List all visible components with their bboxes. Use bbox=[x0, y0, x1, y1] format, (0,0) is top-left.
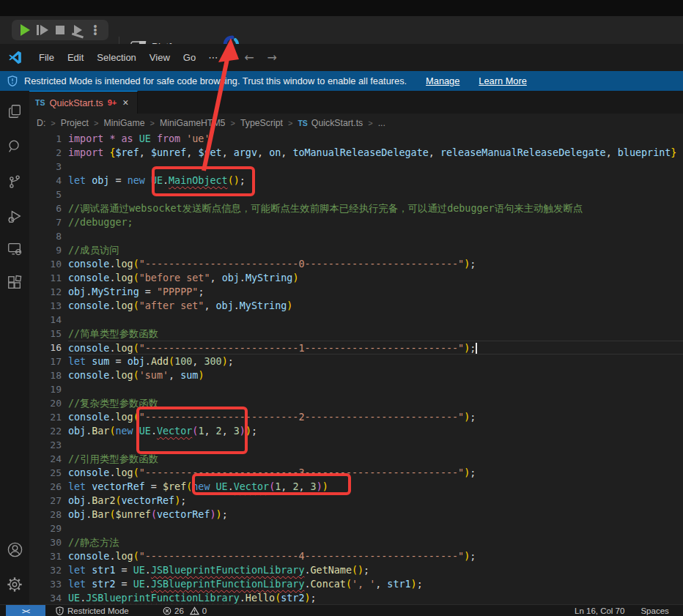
ue-window-strip bbox=[0, 0, 683, 16]
indentation-status[interactable]: Spaces bbox=[640, 606, 668, 615]
breadcrumb-item[interactable]: ... bbox=[378, 118, 385, 128]
toolbar-kebab-menu[interactable]: ••• bbox=[87, 22, 103, 38]
settings-gear-icon[interactable] bbox=[6, 576, 23, 593]
stop-icon bbox=[56, 26, 64, 34]
code-line-8[interactable] bbox=[68, 229, 683, 243]
play-button-group: ••• bbox=[12, 20, 108, 40]
kebab-menu-icon: ••• bbox=[94, 25, 97, 36]
restricted-mode-status[interactable]: Restricted Mode bbox=[56, 606, 129, 615]
run-debug-icon[interactable] bbox=[6, 208, 23, 226]
line-number: 33 bbox=[29, 577, 62, 591]
step-icon bbox=[37, 25, 39, 35]
ue-toolbar: ••• Platforms bbox=[0, 16, 683, 44]
nav-forward-icon[interactable]: → bbox=[261, 51, 284, 64]
line-number: 19 bbox=[29, 382, 62, 396]
menu-file[interactable]: File bbox=[32, 49, 61, 66]
line-number: 1 bbox=[29, 132, 62, 146]
menu-more[interactable]: ⋯ bbox=[202, 49, 224, 66]
code-area: import * as UE from 'ue'import {$ref, $u… bbox=[68, 132, 683, 604]
code-line-25[interactable]: console.log("--------------------------3… bbox=[68, 466, 683, 480]
code-line-29[interactable] bbox=[68, 522, 683, 535]
shield-icon bbox=[56, 606, 64, 615]
code-line-32[interactable]: let str1 = UE.JSBlueprintFunctionLibrary… bbox=[68, 563, 683, 577]
breadcrumb-item[interactable]: MiniGameHTM5 bbox=[160, 118, 226, 128]
code-line-16[interactable]: console.log("--------------------------1… bbox=[68, 341, 683, 355]
search-icon[interactable] bbox=[6, 138, 23, 155]
nav-back-icon[interactable]: ← bbox=[237, 51, 260, 64]
problems-status[interactable]: 26 0 bbox=[163, 606, 207, 615]
account-icon[interactable] bbox=[6, 541, 23, 558]
code-line-2[interactable]: import {$ref, $unref, $set, argv, on, to… bbox=[68, 146, 683, 160]
stop-button[interactable] bbox=[52, 22, 68, 38]
play-icon bbox=[21, 24, 30, 36]
explorer-icon[interactable] bbox=[6, 103, 23, 120]
line-number: 7 bbox=[29, 215, 62, 229]
line-number: 4 bbox=[29, 174, 62, 188]
code-line-28[interactable]: obj.Bar($unref(vectorRef)); bbox=[68, 508, 683, 522]
line-number: 2 bbox=[29, 146, 62, 160]
annotation-rect-vector bbox=[136, 407, 248, 454]
play-button[interactable] bbox=[17, 22, 33, 38]
remote-explorer-icon[interactable] bbox=[6, 240, 23, 258]
menu-edit[interactable]: Edit bbox=[61, 49, 90, 66]
menu-selection[interactable]: Selection bbox=[90, 49, 142, 66]
code-line-14[interactable] bbox=[68, 313, 683, 327]
code-line-34[interactable]: UE.JSBlueprintFunctionLibrary.Hello(str2… bbox=[68, 591, 683, 604]
code-line-11[interactable]: console.log("before set", obj.MyString) bbox=[68, 271, 683, 285]
manage-link[interactable]: Manage bbox=[426, 75, 459, 86]
breadcrumb-item[interactable]: D: bbox=[37, 118, 45, 128]
code-editor[interactable]: 1234567891011121314151617181920212223242… bbox=[29, 132, 683, 604]
tab-quickstart[interactable]: TS QuickStart.ts 9+ × bbox=[29, 91, 138, 114]
line-number: 3 bbox=[29, 160, 62, 174]
breadcrumb[interactable]: D:>Project>MiniGame>MiniGameHTM5>TypeScr… bbox=[29, 114, 683, 132]
line-number: 12 bbox=[29, 285, 62, 299]
menu-go[interactable]: Go bbox=[177, 49, 202, 66]
step-button[interactable] bbox=[34, 22, 51, 38]
code-line-19[interactable] bbox=[68, 382, 683, 396]
breadcrumb-item[interactable]: TypeScript bbox=[240, 118, 283, 128]
breadcrumb-item[interactable]: QuickStart.ts bbox=[311, 118, 363, 128]
skip-button[interactable] bbox=[70, 22, 86, 38]
code-line-1[interactable]: import * as UE from 'ue' bbox=[68, 132, 683, 146]
code-line-17[interactable]: let sum = obj.Add(100, 300); bbox=[68, 355, 683, 368]
breadcrumb-item[interactable]: Project bbox=[61, 118, 89, 128]
remote-indicator[interactable]: >< bbox=[6, 605, 45, 616]
extensions-icon[interactable] bbox=[6, 274, 23, 292]
line-number: 25 bbox=[29, 466, 62, 480]
line-number: 6 bbox=[29, 201, 62, 215]
close-icon[interactable]: × bbox=[122, 97, 128, 108]
line-number: 23 bbox=[29, 438, 62, 452]
code-line-33[interactable]: let str2 = UE.JSBlueprintFunctionLibrary… bbox=[68, 577, 683, 591]
code-line-6[interactable]: //调试器通过websocket发送断点信息，可能断点生效前脚本已经执行完备，可… bbox=[68, 201, 683, 215]
menu-view[interactable]: View bbox=[143, 49, 177, 66]
code-line-27[interactable]: obj.Bar2(vectorRef); bbox=[68, 494, 683, 508]
breadcrumb-item[interactable]: MiniGame bbox=[103, 118, 144, 128]
cursor-position-status[interactable]: Ln 16, Col 70 bbox=[575, 606, 624, 615]
line-number: 22 bbox=[29, 424, 62, 438]
vscode-logo bbox=[8, 51, 22, 64]
source-control-icon[interactable] bbox=[6, 173, 23, 190]
code-line-26[interactable]: let vectorRef = $ref(new UE.Vector(1, 2,… bbox=[68, 480, 683, 494]
code-line-9[interactable]: //成员访问 bbox=[68, 243, 683, 257]
line-number: 9 bbox=[29, 243, 62, 257]
code-line-15[interactable]: //简单类型参数函数 bbox=[68, 327, 683, 341]
code-line-13[interactable]: console.log("after set", obj.MyString) bbox=[68, 299, 683, 313]
shield-icon bbox=[7, 75, 18, 86]
code-line-31[interactable]: console.log("--------------------------4… bbox=[68, 549, 683, 563]
breadcrumb-separator: > bbox=[94, 119, 98, 127]
code-line-30[interactable]: //静态方法 bbox=[68, 535, 683, 549]
learn-more-link[interactable]: Learn More bbox=[479, 75, 526, 86]
line-number: 20 bbox=[29, 396, 62, 410]
line-number: 16 bbox=[29, 341, 62, 355]
code-line-12[interactable]: obj.MyString = "PPPPP"; bbox=[68, 285, 683, 299]
code-line-7[interactable]: //debugger; bbox=[68, 215, 683, 229]
breadcrumb-separator: > bbox=[368, 119, 372, 127]
code-line-18[interactable]: console.log('sum', sum) bbox=[68, 368, 683, 382]
error-count: 26 bbox=[174, 606, 184, 615]
restricted-mode-banner: Restricted Mode is intended for safe cod… bbox=[0, 71, 683, 91]
line-number: 29 bbox=[29, 522, 62, 535]
line-number: 10 bbox=[29, 257, 62, 271]
code-line-10[interactable]: console.log("--------------------------0… bbox=[68, 257, 683, 271]
line-number: 31 bbox=[29, 549, 62, 563]
tab-bar: TS QuickStart.ts 9+ × bbox=[29, 91, 683, 114]
